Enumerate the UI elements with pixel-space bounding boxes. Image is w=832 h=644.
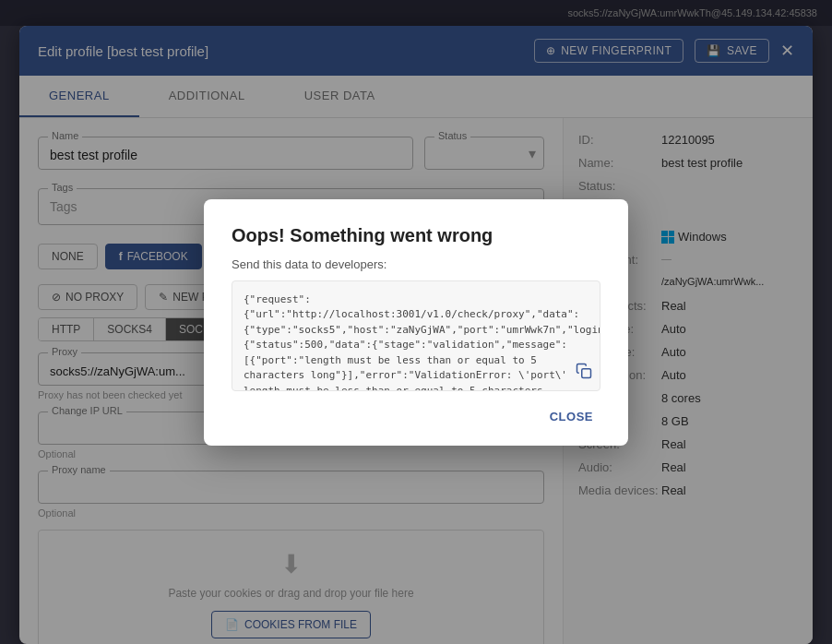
- svg-rect-0: [582, 368, 591, 377]
- error-dialog: Oops! Something went wrong Send this dat…: [204, 199, 628, 446]
- error-code-text: {"request":{"url":"http://localhost:3001…: [244, 293, 600, 391]
- error-title: Oops! Something went wrong: [232, 225, 600, 246]
- close-error-button[interactable]: CLOSE: [542, 406, 600, 427]
- error-overlay: Oops! Something went wrong Send this dat…: [0, 0, 832, 644]
- error-code-box: {"request":{"url":"http://localhost:3001…: [232, 280, 600, 391]
- error-footer: CLOSE: [232, 406, 600, 427]
- copy-button[interactable]: [576, 363, 592, 383]
- error-subtitle: Send this data to developers:: [232, 257, 600, 271]
